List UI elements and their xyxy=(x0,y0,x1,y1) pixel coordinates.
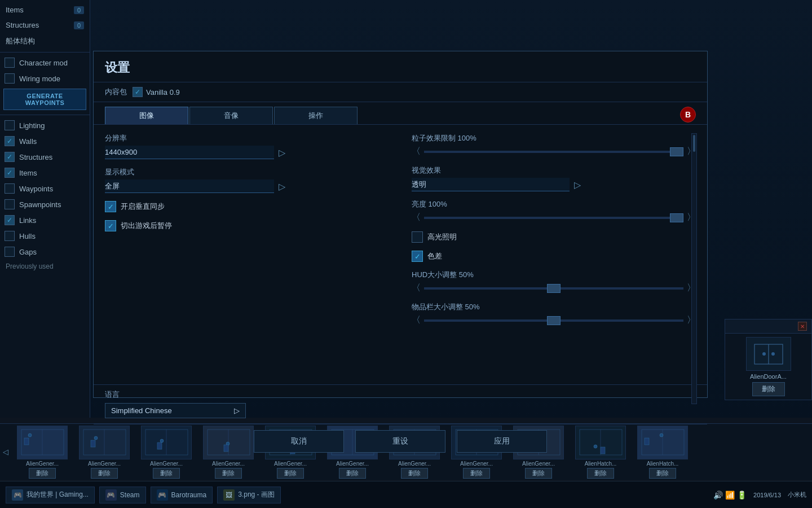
settings-scrollbar[interactable] xyxy=(691,133,697,404)
sidebar-item-hulls[interactable]: Hulls xyxy=(0,228,90,244)
svg-point-2 xyxy=(762,352,766,356)
language-dropdown-arrow: ▷ xyxy=(234,406,240,415)
thumbnail-delete-button[interactable]: 删除 xyxy=(91,468,118,479)
pause-field[interactable]: 切出游戏后暂停 xyxy=(105,220,389,231)
sidebar-item-items-top[interactable]: Items 0 xyxy=(0,2,90,17)
hud-slider-left: 〈 xyxy=(412,282,421,294)
inventory-size-slider[interactable]: 〈 〉 xyxy=(412,314,696,326)
sidebar-top-section: Items 0 Structures 0 船体结构 xyxy=(0,0,90,52)
thumbnail-name: AlienGener... xyxy=(398,461,431,467)
sidebar: Items 0 Structures 0 船体结构 Character mod … xyxy=(0,0,90,418)
brightness-slider-track[interactable] xyxy=(424,217,683,219)
tab-controls[interactable]: 操作 xyxy=(274,107,358,124)
scrollbar-thumb[interactable] xyxy=(693,135,695,152)
hud-slider-thumb[interactable] xyxy=(547,284,561,293)
thumbnail-delete-button[interactable]: 删除 xyxy=(277,468,304,479)
gaming-icon: 🎮 xyxy=(12,489,23,501)
character-mod-checkbox[interactable] xyxy=(5,58,15,68)
lighting-checkbox[interactable] xyxy=(5,120,15,130)
thumbnails-scroll-left[interactable]: ◁ xyxy=(0,448,11,456)
tab-extra-icon[interactable]: B xyxy=(680,107,696,122)
vsync-checkbox[interactable] xyxy=(105,201,116,212)
cancel-button[interactable]: 取消 xyxy=(254,430,344,453)
chromatic-field[interactable]: 色差 xyxy=(412,251,696,262)
sidebar-structures-badge: 0 xyxy=(74,21,84,29)
side-panel-delete-button[interactable]: 删除 xyxy=(752,382,785,396)
sidebar-item-wiring-mode[interactable]: Wiring mode xyxy=(0,71,90,86)
highlight-checkbox[interactable] xyxy=(412,231,423,243)
brightness-slider-thumb[interactable] xyxy=(670,213,683,222)
taskbar-right: 🔊 📶 🔋 2019/6/13 小米机 xyxy=(713,491,806,500)
vsync-field[interactable]: 开启垂直同步 xyxy=(105,201,389,212)
settings-left-col: 分辨率 ▷ 显示模式 ▷ 开启垂直同步 切出游戏后暂停 xyxy=(105,133,389,376)
taskbar-item-steam[interactable]: 🎮 Steam xyxy=(99,487,146,503)
sidebar-item-lighting[interactable]: Lighting xyxy=(0,117,90,133)
resolution-input[interactable] xyxy=(105,146,274,159)
display-mode-input[interactable] xyxy=(105,179,274,193)
apply-button[interactable]: 应用 xyxy=(457,430,547,453)
thumbnail-delete-button[interactable]: 删除 xyxy=(339,468,366,479)
wiring-mode-checkbox[interactable] xyxy=(5,73,15,84)
settings-tabs: 图像 音像 操作 B xyxy=(94,102,707,125)
visual-effects-input[interactable] xyxy=(412,178,570,191)
brightness-slider[interactable]: 〈 〉 xyxy=(412,212,696,224)
sidebar-item-items[interactable]: Items xyxy=(0,165,90,181)
svg-point-6 xyxy=(28,433,32,437)
thumbnail-delete-button[interactable]: 删除 xyxy=(587,468,614,479)
tab-audio[interactable]: 音像 xyxy=(189,107,273,124)
content-pack-checkbox[interactable] xyxy=(133,87,143,97)
thumbnail-delete-button[interactable]: 删除 xyxy=(525,468,552,479)
taskbar-label-gaming: 我的世界 | Gaming... xyxy=(27,490,89,500)
sidebar-item-spawnpoints[interactable]: Spawnpoints xyxy=(0,196,90,212)
links-checkbox[interactable] xyxy=(5,215,15,225)
language-dropdown[interactable]: Simplified Chinese ▷ xyxy=(105,403,246,418)
items-checkbox[interactable] xyxy=(5,168,15,178)
hulls-checkbox[interactable] xyxy=(5,231,15,241)
chromatic-checkbox[interactable] xyxy=(412,251,423,262)
sidebar-item-structures[interactable]: Structures xyxy=(0,149,90,165)
sidebar-item-walls[interactable]: Walls xyxy=(0,133,90,149)
side-panel-close-button[interactable]: ✕ xyxy=(798,322,807,331)
settings-body: 分辨率 ▷ 显示模式 ▷ 开启垂直同步 切出游戏后暂停 xyxy=(94,125,707,384)
walls-checkbox[interactable] xyxy=(5,136,15,146)
sidebar-structures-label: Structures xyxy=(6,21,39,29)
thumbnail-delete-button[interactable]: 删除 xyxy=(463,468,490,479)
generate-waypoints-button[interactable]: GENERATE WAYPOINTS xyxy=(3,89,86,110)
thumbnail-delete-button[interactable]: 删除 xyxy=(153,468,180,479)
particle-slider-track[interactable] xyxy=(424,151,683,153)
content-pack-name: Vanilla 0.9 xyxy=(146,88,180,97)
thumbnail-delete-button[interactable]: 删除 xyxy=(401,468,428,479)
sidebar-item-links[interactable]: Links xyxy=(0,212,90,228)
content-pack-item[interactable]: Vanilla 0.9 xyxy=(133,87,180,97)
character-mod-label: Character mod xyxy=(19,59,68,67)
hud-slider-track[interactable] xyxy=(424,287,683,290)
inv-slider-thumb[interactable] xyxy=(547,316,561,325)
particle-slider-thumb[interactable] xyxy=(670,147,683,156)
gaps-checkbox[interactable] xyxy=(5,247,15,257)
thumbnail-delete-button[interactable]: 删除 xyxy=(649,468,676,479)
taskbar-item-paint[interactable]: 🖼 3.png - 画图 xyxy=(217,487,281,503)
particle-slider[interactable]: 〈 〉 xyxy=(412,146,696,157)
taskbar-item-gaming[interactable]: 🎮 我的世界 | Gaming... xyxy=(6,487,95,503)
thumbnail-delete-button[interactable]: 删除 xyxy=(29,468,56,479)
highlight-field[interactable]: 高光照明 xyxy=(412,231,696,243)
taskbar-label-paint: 3.png - 画图 xyxy=(238,490,275,500)
hud-size-slider[interactable]: 〈 〉 xyxy=(412,282,696,294)
sidebar-item-hull[interactable]: 船体结构 xyxy=(0,33,90,50)
reset-button[interactable]: 重设 xyxy=(355,430,445,453)
taskbar-item-barotrauma[interactable]: 🎮 Barotrauma xyxy=(151,487,213,503)
display-mode-label: 显示模式 xyxy=(105,167,389,177)
thumbnail-delete-button[interactable]: 删除 xyxy=(215,468,242,479)
hud-size-label: HUD大小调整 50% xyxy=(412,270,696,280)
hud-size-field: HUD大小调整 50% 〈 〉 xyxy=(412,270,696,294)
sidebar-item-structures-top[interactable]: Structures 0 xyxy=(0,17,90,33)
tab-image[interactable]: 图像 xyxy=(105,107,188,124)
structures-checkbox[interactable] xyxy=(5,152,15,162)
sidebar-item-waypoints[interactable]: Waypoints xyxy=(0,181,90,196)
sidebar-item-gaps[interactable]: Gaps xyxy=(0,244,90,260)
inv-slider-track[interactable] xyxy=(424,319,683,322)
waypoints-checkbox[interactable] xyxy=(5,183,15,194)
sidebar-item-character-mod[interactable]: Character mod xyxy=(0,55,90,71)
spawnpoints-checkbox[interactable] xyxy=(5,199,15,209)
pause-checkbox[interactable] xyxy=(105,220,116,231)
